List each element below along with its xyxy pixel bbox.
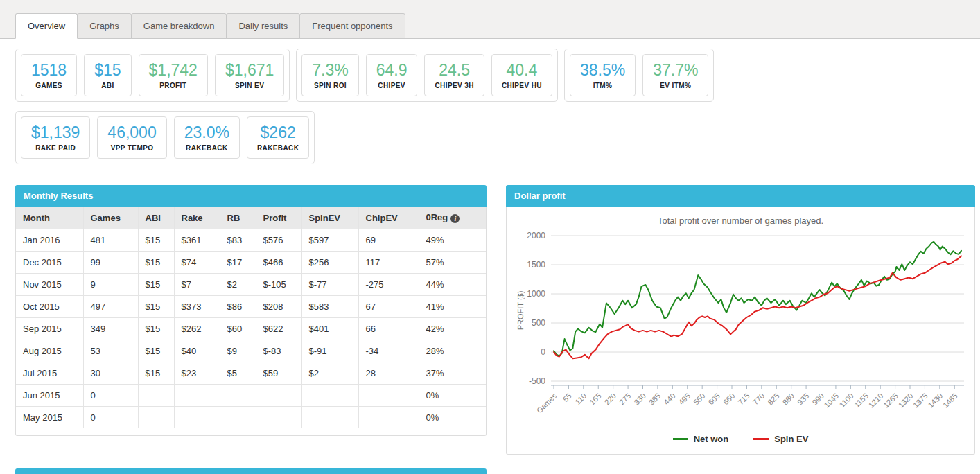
cell-abi: $15 bbox=[138, 318, 174, 340]
y-tick-label: -500 bbox=[528, 376, 545, 386]
legend-swatch bbox=[673, 438, 688, 440]
stat-group: $1,139RAKE PAID46,000VPP TEMPO23.0%RAKEB… bbox=[15, 111, 315, 164]
cell-rake: $361 bbox=[174, 229, 220, 252]
cell-profit: $576 bbox=[256, 229, 301, 252]
x-tick-label: 1045 bbox=[822, 392, 840, 410]
cell-chipev: 69 bbox=[358, 229, 419, 252]
tab-game-breakdown[interactable]: Game breakdown bbox=[131, 13, 227, 39]
stat-value: 40.4 bbox=[502, 62, 542, 78]
column-header-0reg: 0Regi bbox=[419, 207, 486, 229]
cell-spinev bbox=[301, 407, 358, 429]
cell-profit: $-105 bbox=[256, 274, 301, 296]
x-tick-label: 1100 bbox=[837, 392, 855, 409]
stat-label: GAMES bbox=[31, 82, 67, 89]
tab-bar: OverviewGraphsGame breakdownDaily result… bbox=[0, 0, 980, 39]
table-row-may-2015: May 201500% bbox=[16, 407, 486, 429]
stat-group: 1518GAMES$15ABI$1,742PROFIT$1,671SPIN EV bbox=[15, 49, 290, 102]
stat-value: 1518 bbox=[31, 62, 67, 78]
stat-group: 38.5%ITM%37.7%EV ITM% bbox=[564, 49, 714, 102]
stat-value: 38.5% bbox=[580, 62, 625, 78]
cell-spinev: $256 bbox=[301, 252, 358, 274]
stat-value: $262 bbox=[257, 124, 299, 141]
tab-frequent-opponents[interactable]: Frequent opponents bbox=[299, 13, 405, 39]
stat-profit: $1,742PROFIT bbox=[139, 54, 208, 96]
cell-games: 0 bbox=[83, 385, 138, 407]
stat-label: ABI bbox=[94, 82, 121, 89]
stat-vpp-tempo: 46,000VPP TEMPO bbox=[97, 116, 166, 159]
table-row-dec-2015: Dec 201599$15$74$17$466$25611757% bbox=[16, 252, 486, 274]
cell-profit: $-83 bbox=[256, 340, 301, 362]
stat-value: 24.5 bbox=[435, 62, 473, 78]
stat-value: 37.7% bbox=[653, 62, 698, 78]
table-row-jun-2015: Jun 201500% bbox=[16, 385, 486, 407]
cell-rake: $23 bbox=[174, 362, 220, 385]
cell-abi bbox=[138, 385, 174, 407]
y-tick-label: 500 bbox=[531, 318, 545, 328]
x-tick-label: 1210 bbox=[866, 392, 884, 410]
x-tick-label: 605 bbox=[706, 392, 721, 406]
cell-0reg: 0% bbox=[419, 385, 486, 407]
column-header-rake: Rake bbox=[174, 207, 220, 229]
column-header-chipev: ChipEV bbox=[358, 207, 419, 229]
cell-0reg: 0% bbox=[419, 407, 486, 429]
legend-item-net-won: Net won bbox=[673, 434, 729, 444]
tab-daily-results[interactable]: Daily results bbox=[226, 13, 300, 39]
x-tick-label: 110 bbox=[573, 392, 588, 406]
x-tick-label: Games bbox=[534, 392, 558, 415]
cell-chipev bbox=[358, 407, 419, 429]
stat-abi: $15ABI bbox=[84, 54, 131, 96]
column-header-rb: RB bbox=[220, 207, 256, 229]
cell-chipev: -275 bbox=[358, 274, 419, 296]
x-tick-label: 440 bbox=[662, 392, 676, 406]
cell-chipev: 67 bbox=[358, 296, 419, 318]
chart-subtitle: Total profit over number of games played… bbox=[507, 207, 974, 226]
x-tick-label: 495 bbox=[676, 392, 691, 406]
stat-value: 23.0% bbox=[184, 124, 229, 141]
cell-month: May 2015 bbox=[16, 407, 83, 429]
cell-0reg: 42% bbox=[419, 318, 486, 340]
info-icon[interactable]: i bbox=[450, 214, 460, 223]
y-tick-label: 1500 bbox=[527, 260, 545, 270]
cell-0reg: 28% bbox=[419, 340, 486, 362]
cell-profit: $208 bbox=[256, 296, 301, 318]
cell-chipev: 117 bbox=[358, 252, 419, 274]
monthly-results-panel: Monthly Results MonthGamesABIRakeRBProfi… bbox=[15, 185, 487, 436]
x-tick-label: 660 bbox=[721, 392, 735, 406]
x-tick-label: 385 bbox=[647, 392, 661, 406]
column-header-games: Games bbox=[83, 207, 138, 229]
table-row-nov-2015: Nov 20159$15$7$2$-105$-77-27544% bbox=[16, 274, 486, 296]
y-tick-label: 2000 bbox=[527, 231, 545, 240]
legend-label: Spin EV bbox=[774, 434, 808, 444]
cell-abi bbox=[138, 407, 174, 429]
cell-rb bbox=[220, 385, 256, 407]
cell-rake: $40 bbox=[174, 340, 220, 362]
x-tick-label: 1375 bbox=[911, 392, 929, 410]
tab-overview[interactable]: Overview bbox=[15, 13, 78, 39]
cell-games: 481 bbox=[83, 229, 138, 252]
cell-rake: $74 bbox=[174, 252, 220, 274]
cell-abi: $15 bbox=[138, 296, 174, 318]
cell-games: 99 bbox=[83, 252, 138, 274]
cell-rb: $17 bbox=[220, 252, 256, 274]
tab-graphs[interactable]: Graphs bbox=[77, 13, 132, 39]
cell-profit: $622 bbox=[256, 318, 301, 340]
stat-label: SPIN ROI bbox=[312, 82, 348, 89]
y-axis-title: PROFIT ($) bbox=[516, 291, 525, 331]
cell-rake bbox=[174, 407, 220, 429]
cell-rb: $5 bbox=[220, 362, 256, 385]
stat-chipev-3h: 24.5CHIPEV 3H bbox=[424, 54, 484, 96]
cell-spinev: $597 bbox=[301, 229, 358, 252]
x-tick-label: 715 bbox=[736, 392, 751, 406]
cell-spinev bbox=[301, 385, 358, 407]
stat-chipev-hu: 40.4CHIPEV HU bbox=[491, 54, 552, 96]
cell-abi: $15 bbox=[138, 340, 174, 362]
x-tick-label: 550 bbox=[692, 392, 706, 406]
x-tick-label: 275 bbox=[618, 392, 632, 406]
cell-profit bbox=[256, 385, 301, 407]
cell-abi: $15 bbox=[138, 229, 174, 252]
tab-list: OverviewGraphsGame breakdownDaily result… bbox=[15, 13, 405, 39]
cell-spinev: $-91 bbox=[301, 340, 358, 362]
x-tick-label: 330 bbox=[632, 392, 647, 406]
legend-label: Net won bbox=[694, 434, 729, 444]
cell-abi: $15 bbox=[138, 362, 174, 385]
